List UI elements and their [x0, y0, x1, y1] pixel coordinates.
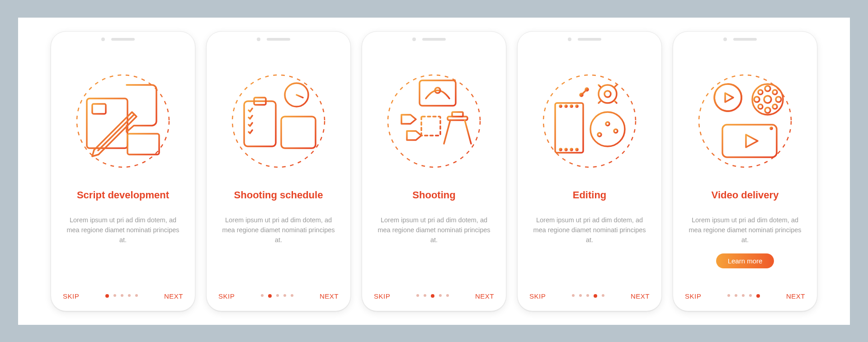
svg-line-21 [297, 95, 303, 98]
next-button[interactable]: NEXT [475, 292, 494, 300]
dot-active [756, 294, 760, 298]
nav-row: SKIP NEXT [218, 284, 339, 300]
svg-marker-73 [725, 93, 733, 102]
svg-rect-32 [421, 117, 440, 136]
next-button[interactable]: NEXT [631, 292, 650, 300]
svg-rect-39 [555, 103, 583, 153]
svg-line-58 [615, 85, 617, 87]
svg-point-75 [764, 96, 771, 103]
svg-rect-84 [722, 125, 777, 157]
svg-point-45 [576, 105, 578, 107]
svg-line-57 [599, 101, 600, 103]
next-button[interactable]: NEXT [164, 292, 183, 300]
page-indicator [105, 294, 138, 298]
next-button[interactable]: NEXT [320, 292, 339, 300]
delivery-icon [695, 71, 795, 171]
nav-row: SKIP NEXT [374, 284, 494, 300]
svg-point-64 [598, 133, 601, 136]
svg-point-76 [765, 86, 770, 91]
dot [291, 294, 293, 297]
svg-point-50 [599, 85, 617, 103]
learn-more-button[interactable]: Learn more [716, 253, 774, 268]
svg-rect-13 [244, 101, 276, 146]
svg-point-80 [758, 90, 763, 94]
next-button[interactable]: NEXT [786, 292, 805, 300]
svg-marker-86 [746, 135, 758, 147]
page-indicator [416, 294, 449, 298]
page-indicator [261, 294, 293, 298]
dot-active [105, 294, 109, 298]
dot [586, 294, 589, 297]
svg-point-49 [576, 149, 578, 150]
dot-active [594, 294, 597, 298]
dot [276, 294, 279, 297]
dot [135, 294, 138, 297]
screen-description: Lorem ipsum ut pri ad dim dotem, ad mea … [685, 215, 805, 245]
editing-icon [540, 71, 639, 171]
dot-active [431, 294, 434, 298]
screen-title: Script development [63, 183, 183, 208]
svg-point-83 [773, 104, 777, 109]
svg-point-78 [754, 97, 760, 102]
phone-screen-1: Script development Lorem ipsum ut pri ad… [51, 31, 195, 311]
schedule-icon [229, 71, 328, 171]
dot [749, 294, 752, 297]
phone-screen-2: Shooting schedule Lorem ipsum ut pri ad … [206, 31, 351, 311]
svg-point-42 [560, 105, 561, 107]
svg-point-46 [560, 149, 561, 150]
skip-button[interactable]: SKIP [685, 292, 701, 300]
svg-point-47 [565, 149, 567, 150]
skip-button[interactable]: SKIP [63, 292, 79, 300]
svg-line-35 [465, 120, 471, 144]
svg-point-43 [565, 105, 567, 107]
dot [446, 294, 449, 297]
nav-row: SKIP NEXT [685, 284, 805, 300]
dot [602, 294, 604, 297]
script-dev-icon [73, 71, 173, 171]
dot [742, 294, 745, 297]
svg-point-74 [752, 84, 783, 115]
screen-description: Lorem ipsum ut pri ad dim dotem, ad mea … [218, 215, 339, 245]
shooting-icon [384, 71, 484, 171]
skip-button[interactable]: SKIP [218, 292, 235, 300]
dot [121, 294, 123, 297]
screen-title: Editing [529, 183, 650, 208]
phone-screen-5: Video delivery Lorem ipsum ut pri ad dim… [673, 31, 817, 311]
svg-point-12 [232, 75, 325, 167]
dot [283, 294, 286, 297]
svg-point-79 [776, 97, 781, 102]
screen-title: Shooting schedule [218, 183, 339, 208]
svg-point-59 [604, 91, 611, 97]
skip-button[interactable]: SKIP [374, 292, 390, 300]
phone-screen-4: Editing Lorem ipsum ut pri ad dim dotem,… [517, 31, 662, 311]
dot [439, 294, 442, 297]
screen-description: Lorem ipsum ut pri ad dim dotem, ad mea … [529, 215, 650, 245]
dot [416, 294, 419, 297]
page-indicator [727, 294, 760, 298]
skip-button[interactable]: SKIP [529, 292, 546, 300]
svg-point-82 [758, 104, 763, 109]
screen-title: Video delivery [685, 183, 805, 208]
svg-point-65 [606, 122, 609, 126]
phone-screen-3: Shooting Lorem ipsum ut pri ad dim dotem… [362, 31, 506, 311]
dot [424, 294, 426, 297]
screen-title: Shooting [374, 183, 494, 208]
dot [735, 294, 737, 297]
mockup-stage: Script development Lorem ipsum ut pri ad… [18, 18, 850, 325]
svg-line-69 [581, 89, 587, 95]
svg-line-34 [444, 120, 450, 144]
svg-point-44 [571, 105, 572, 107]
svg-point-77 [765, 108, 770, 113]
nav-row: SKIP NEXT [63, 284, 183, 300]
page-indicator [572, 294, 604, 298]
dot-active [268, 294, 272, 298]
svg-point-66 [614, 129, 618, 133]
dot [579, 294, 582, 297]
svg-point-87 [770, 127, 772, 129]
svg-line-56 [615, 101, 617, 103]
dot [113, 294, 116, 297]
dot [727, 294, 730, 297]
svg-point-48 [571, 149, 572, 150]
svg-line-55 [599, 85, 600, 87]
dot [261, 294, 264, 297]
